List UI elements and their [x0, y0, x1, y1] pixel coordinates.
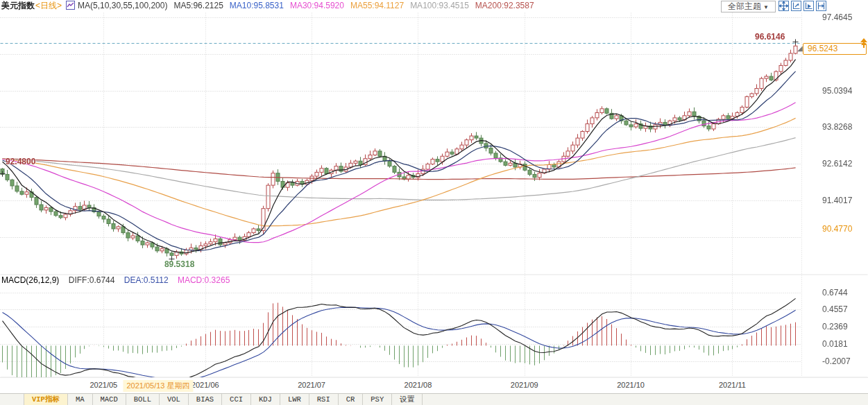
price-axis-label: 92.6142: [822, 159, 852, 169]
toolbar-item-bias[interactable]: BIAS: [189, 394, 222, 405]
x-axis-label: 2021/09: [511, 381, 538, 389]
price-axis-label: 97.4645: [822, 12, 852, 22]
left-price-marker: 92.4800: [6, 157, 35, 166]
fit-horizontal-icon[interactable]: [803, 1, 814, 11]
theme-dropdown-label: 全部主题: [728, 1, 761, 11]
toolbar-item-vip指标[interactable]: VIP指标: [24, 394, 68, 405]
date-axis: 2021/052021/062021/072021/082021/092021/…: [0, 377, 868, 394]
toolbar-item-ma[interactable]: MA: [68, 394, 93, 405]
toolbar-item-psy[interactable]: PSY: [363, 394, 392, 405]
mouse-cursor: ◢: [797, 44, 803, 52]
toolbar-item-cci[interactable]: CCI: [222, 394, 251, 405]
header-icon-group: [778, 1, 826, 11]
ma-settings-label[interactable]: MA(5,10,30,55,100,200): [78, 1, 167, 10]
price-axis-label: 95.0394: [822, 86, 852, 96]
last-price-tag: 96.5243: [803, 43, 867, 55]
dea-value: DEA:0.5112: [124, 275, 169, 285]
ma-legend-item: MA10:95.8531: [230, 1, 284, 10]
ma-legend: MA5:96.2125MA10:95.8531MA30:94.5920MA55:…: [167, 1, 534, 10]
ma-legend-item: MA100:93.4515: [410, 1, 469, 10]
price-up-arrow-icon: [860, 38, 867, 51]
ma-legend-item: MA30:94.5920: [290, 1, 344, 10]
crosshair-date-tooltip: 2021/05/13 星期四: [123, 380, 193, 392]
toolbar-item-lwr[interactable]: LWR: [280, 394, 309, 405]
toolbar-item-kdj[interactable]: KDJ: [251, 394, 280, 405]
toolbar-item-cr[interactable]: CR: [339, 394, 364, 405]
toolbar-item-设置[interactable]: 设置: [392, 394, 423, 405]
toolbar-spacer: [0, 394, 24, 405]
ma-legend-item: MA55:94.1127: [350, 1, 404, 10]
fit-vertical-icon[interactable]: [791, 1, 801, 11]
macd-axis-label: -0.2007: [822, 356, 851, 366]
x-axis-label: 2021/11: [719, 381, 746, 389]
ma-legend-item: MA5:96.2125: [173, 1, 223, 10]
kline-chart-icon[interactable]: [66, 1, 75, 10]
macd-legend: MACD(26,12,9) DIFF:0.6744 DEA:0.5112 MAC…: [1, 275, 237, 285]
price-axis-label: 90.4770: [822, 224, 852, 234]
diff-value: DIFF:0.6744: [69, 275, 115, 285]
high-price-marker: 96.6146: [755, 32, 785, 42]
pan-icon[interactable]: [778, 1, 789, 11]
macd-axis-label: 0.6744: [822, 288, 848, 298]
x-axis-label: 2021/05: [90, 381, 117, 389]
x-axis-label: 2021/08: [405, 381, 432, 389]
low-price-marker: 89.5318: [164, 259, 194, 269]
chevron-down-icon: ▼: [763, 4, 769, 10]
toolbar-item-macd[interactable]: MACD: [93, 394, 126, 405]
x-axis-label: 2021/06: [192, 381, 219, 389]
x-axis-label: 2021/07: [298, 381, 325, 389]
macd-value: MACD:0.3265: [178, 275, 230, 285]
symbol-name: 美元指数: [1, 1, 35, 10]
shift-right-icon[interactable]: [816, 1, 826, 11]
macd-axis-label: 0.2369: [822, 322, 848, 331]
x-axis-label: 2021/10: [617, 381, 645, 389]
macd-axis-label: 0.0181: [822, 339, 848, 349]
chart-header: 美元指数<日线>MA(5,10,30,55,100,200)MA5:96.212…: [0, 0, 868, 12]
trading-app-window: { "header": { "symbol": "美元指数", "period"…: [0, 0, 868, 405]
macd-settings-label[interactable]: MACD(26,12,9): [1, 275, 59, 285]
toolbar-item-boll[interactable]: BOLL: [126, 394, 160, 405]
indicator-toolbar: VIP指标MAMACDBOLLVOLBIASCCIKDJLWRRSICRPSY设…: [0, 393, 868, 405]
toolbar-item-vol[interactable]: VOL: [160, 394, 189, 405]
theme-dropdown[interactable]: 全部主题▼: [721, 1, 776, 12]
price-chart-canvas[interactable]: [0, 0, 868, 405]
macd-axis-label: 0.4557: [822, 304, 848, 314]
ma-legend-item: MA200:92.3587: [475, 1, 534, 10]
toolbar-item-rsi[interactable]: RSI: [309, 394, 339, 405]
period-label[interactable]: <日线>: [35, 1, 62, 10]
price-axis-label: 93.8268: [822, 122, 852, 132]
price-axis-label: 91.4017: [822, 196, 852, 205]
